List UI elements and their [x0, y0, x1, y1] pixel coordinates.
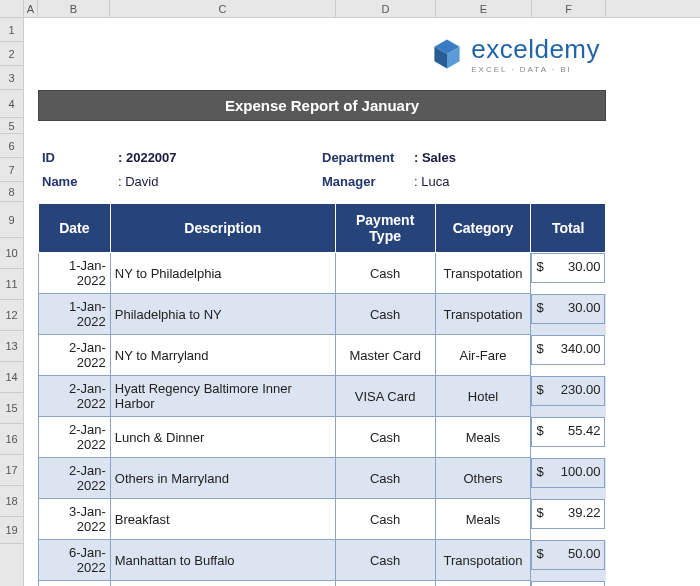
cell-payment[interactable]: VISA Card [335, 376, 435, 417]
select-all-corner[interactable] [0, 0, 24, 17]
mgr-label: Manager [322, 174, 414, 189]
row-header[interactable]: 3 [0, 66, 23, 90]
expense-table: Date Description Payment Type Category T… [38, 203, 606, 586]
table-row[interactable]: 2-Jan-2022Others in MarrylandCashOthers$… [39, 458, 606, 499]
cell-amount[interactable]: $100.00 [531, 458, 605, 488]
cell-category[interactable]: Others [435, 458, 531, 499]
row-header[interactable]: 13 [0, 331, 23, 362]
cell-category[interactable]: Transpotation [435, 294, 531, 335]
cell-payment[interactable]: Master Card [335, 335, 435, 376]
col-header-E[interactable]: E [436, 0, 532, 17]
cell-payment[interactable]: Cash [335, 581, 435, 587]
row-header[interactable]: 19 [0, 517, 23, 544]
cell-payment[interactable]: Cash [335, 499, 435, 540]
cell-date[interactable]: 2-Jan-2022 [39, 376, 111, 417]
row-header[interactable]: 7 [0, 158, 23, 182]
table-row[interactable]: 1-Jan-2022NY to PhiladelphiaCashTranspot… [39, 253, 606, 294]
cell-category[interactable]: Meals [435, 499, 531, 540]
col-header-D[interactable]: D [336, 0, 436, 17]
row-header[interactable]: 2 [0, 42, 23, 66]
cell-date[interactable]: 1-Jan-2022 [39, 253, 111, 294]
cell-payment[interactable]: Cash [335, 458, 435, 499]
col-header-B[interactable]: B [38, 0, 110, 17]
cell-category[interactable]: Air-Fare [435, 335, 531, 376]
cell-desc[interactable]: Lunch & Dinner [110, 417, 335, 458]
row-header[interactable]: 18 [0, 486, 23, 517]
cell-amount[interactable]: $30.00 [531, 253, 605, 283]
id-label: ID [42, 150, 118, 165]
row-header[interactable]: 15 [0, 393, 23, 424]
cell-desc[interactable]: Buffalo to Manhattan [110, 581, 335, 587]
row-header[interactable]: 14 [0, 362, 23, 393]
cell-date[interactable]: 3-Jan-2022 [39, 499, 111, 540]
column-headers: A B C D E F [0, 0, 700, 18]
cell-desc[interactable]: Manhattan to Buffalo [110, 540, 335, 581]
row-header[interactable]: 8 [0, 182, 23, 202]
th-desc: Description [110, 204, 335, 253]
row-header[interactable]: 5 [0, 118, 23, 134]
table-row[interactable]: 2-Jan-2022NY to MarrylandMaster CardAir-… [39, 335, 606, 376]
grid-content[interactable]: exceldemy EXCEL · DATA · BI Expense Repo… [24, 18, 700, 586]
cell-category[interactable]: Hotel [435, 376, 531, 417]
table-row[interactable]: 6-Jan-2022Manhattan to BuffaloCashTransp… [39, 540, 606, 581]
cell-amount[interactable]: $340.00 [531, 335, 605, 365]
table-row[interactable]: 2-Jan-2022Hyatt Regency Baltimore Inner … [39, 376, 606, 417]
cell-desc[interactable]: Breakfast [110, 499, 335, 540]
cell-category[interactable]: Transpotation [435, 581, 531, 587]
cell-desc[interactable]: Philadelphia to NY [110, 294, 335, 335]
col-header-A[interactable]: A [24, 0, 38, 17]
cell-desc[interactable]: Hyatt Regency Baltimore Inner Harbor [110, 376, 335, 417]
cell-amount[interactable]: $39.22 [531, 499, 605, 529]
row-header[interactable]: 17 [0, 455, 23, 486]
cell-desc[interactable]: NY to Marryland [110, 335, 335, 376]
cell-category[interactable]: Meals [435, 417, 531, 458]
cell-amount[interactable]: $30.00 [531, 294, 605, 324]
table-row[interactable]: 2-Jan-2022Lunch & DinnerCashMeals$55.42 [39, 417, 606, 458]
cell-date[interactable]: 7-Jan-2022 [39, 581, 111, 587]
th-date: Date [39, 204, 111, 253]
id-value: : 2022007 [118, 150, 177, 165]
row-headers: 1 2 3 4 5 6 7 8 9 10 11 12 13 14 15 16 1… [0, 18, 24, 586]
cell-category[interactable]: Transpotation [435, 540, 531, 581]
cell-date[interactable]: 1-Jan-2022 [39, 294, 111, 335]
row-header[interactable]: 12 [0, 300, 23, 331]
cell-desc[interactable]: NY to Philadelphia [110, 253, 335, 294]
table-header-row: Date Description Payment Type Category T… [39, 204, 606, 253]
row-header[interactable]: 6 [0, 134, 23, 158]
cell-amount[interactable]: $50.00 [531, 540, 605, 570]
cell-payment[interactable]: Cash [335, 417, 435, 458]
table-row[interactable]: 1-Jan-2022Philadelphia to NYCashTranspot… [39, 294, 606, 335]
cell-date[interactable]: 2-Jan-2022 [39, 458, 111, 499]
cell-date[interactable]: 2-Jan-2022 [39, 335, 111, 376]
table-row[interactable]: 7-Jan-2022Buffalo to ManhattanCashTransp… [39, 581, 606, 587]
th-total: Total [531, 204, 606, 253]
cell-payment[interactable]: Cash [335, 540, 435, 581]
row-header[interactable]: 16 [0, 424, 23, 455]
row-header[interactable]: 4 [0, 90, 23, 118]
table-row[interactable]: 3-Jan-2022BreakfastCashMeals$39.22 [39, 499, 606, 540]
mgr-value: : Luca [414, 174, 449, 189]
cell-payment[interactable]: Cash [335, 253, 435, 294]
name-value: : David [118, 174, 158, 189]
logo-brand: exceldemy [471, 34, 600, 65]
row-header[interactable]: 11 [0, 269, 23, 300]
report-title: Expense Report of January [38, 90, 606, 121]
col-header-F[interactable]: F [532, 0, 606, 17]
dept-value: : Sales [414, 150, 456, 165]
cell-desc[interactable]: Others in Marryland [110, 458, 335, 499]
logo-area: exceldemy EXCEL · DATA · BI [38, 18, 606, 90]
row-header[interactable]: 1 [0, 18, 23, 42]
row-header[interactable]: 9 [0, 202, 23, 238]
cell-date[interactable]: 6-Jan-2022 [39, 540, 111, 581]
th-cat: Category [435, 204, 531, 253]
logo-tagline: EXCEL · DATA · BI [471, 65, 600, 74]
cell-date[interactable]: 2-Jan-2022 [39, 417, 111, 458]
cell-payment[interactable]: Cash [335, 294, 435, 335]
th-pay: Payment Type [335, 204, 435, 253]
cell-amount[interactable]: $55.42 [531, 417, 605, 447]
cell-category[interactable]: Transpotation [435, 253, 531, 294]
col-header-C[interactable]: C [110, 0, 336, 17]
cell-amount[interactable]: $50.00 [531, 581, 605, 587]
row-header[interactable]: 10 [0, 238, 23, 269]
cell-amount[interactable]: $230.00 [531, 376, 605, 406]
